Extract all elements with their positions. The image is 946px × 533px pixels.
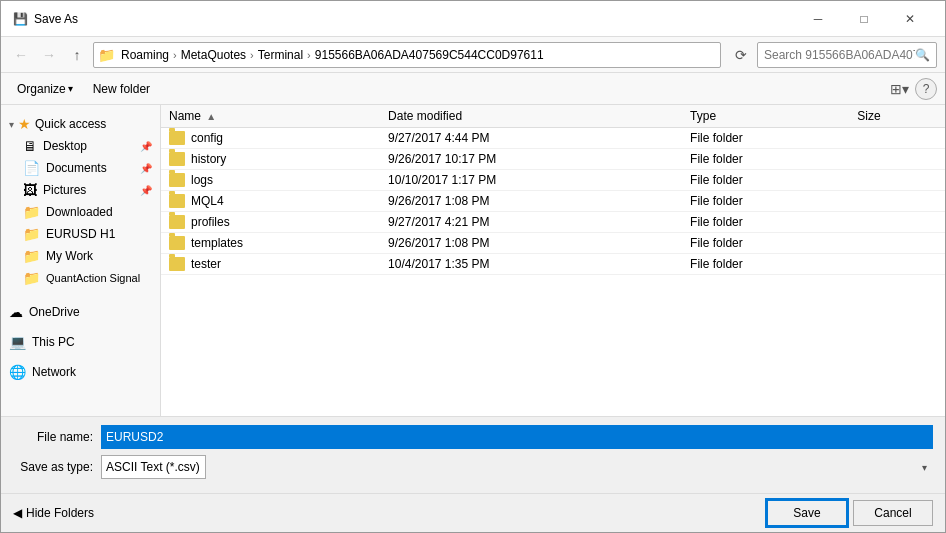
file-table: Name ▲ Date modified Type Size config 9/… xyxy=(161,105,945,275)
quick-access-header[interactable]: ▾ ★ Quick access xyxy=(1,113,160,135)
title-bar: 💾 Save As ─ □ ✕ xyxy=(1,1,945,37)
maximize-button[interactable]: □ xyxy=(841,4,887,34)
sidebar-item-mywork[interactable]: 📁 My Work xyxy=(1,245,160,267)
sidebar-network-label: Network xyxy=(32,365,76,379)
pin-icon: 📌 xyxy=(140,141,152,152)
onedrive-icon: ☁ xyxy=(9,304,23,320)
desktop-icon: 🖥 xyxy=(23,138,37,154)
pin-icon: 📌 xyxy=(140,185,152,196)
quick-access-label: Quick access xyxy=(35,117,106,131)
chevron-down-icon: ▾ xyxy=(68,83,73,94)
sidebar-item-downloaded-label: Downloaded xyxy=(46,205,113,219)
forward-button[interactable]: → xyxy=(37,43,61,67)
bottom-panel: File name: Save as type: ASCII Text (*.c… xyxy=(1,416,945,493)
col-name[interactable]: Name ▲ xyxy=(161,105,380,128)
sidebar-item-desktop-label: Desktop xyxy=(43,139,87,153)
sidebar-item-onedrive[interactable]: ☁ OneDrive xyxy=(1,301,160,323)
sidebar-item-documents[interactable]: 📄 Documents 📌 xyxy=(1,157,160,179)
table-row[interactable]: profiles 9/27/2017 4:21 PM File folder xyxy=(161,212,945,233)
sidebar-item-downloaded[interactable]: 📁 Downloaded xyxy=(1,201,160,223)
filename-row: File name: xyxy=(13,425,933,449)
sidebar-item-network[interactable]: 🌐 Network xyxy=(1,361,160,383)
sidebar-item-documents-label: Documents xyxy=(46,161,107,175)
col-type[interactable]: Type xyxy=(682,105,849,128)
minimize-button[interactable]: ─ xyxy=(795,4,841,34)
title-icon: 💾 xyxy=(13,12,28,26)
table-row[interactable]: history 9/26/2017 10:17 PM File folder xyxy=(161,149,945,170)
network-icon: 🌐 xyxy=(9,364,26,380)
pin-icon: 📌 xyxy=(140,163,152,174)
table-row[interactable]: templates 9/26/2017 1:08 PM File folder xyxy=(161,233,945,254)
table-row[interactable]: config 9/27/2017 4:44 PM File folder xyxy=(161,128,945,149)
sidebar-item-eurusd[interactable]: 📁 EURUSD H1 xyxy=(1,223,160,245)
search-box[interactable]: 🔍 xyxy=(757,42,937,68)
footer-buttons: Save Cancel xyxy=(767,500,933,526)
eurusd-icon: 📁 xyxy=(23,226,40,242)
help-button[interactable]: ? xyxy=(915,78,937,100)
pictures-icon: 🖼 xyxy=(23,182,37,198)
window-title: Save As xyxy=(34,12,795,26)
breadcrumb-roaming: Roaming xyxy=(119,48,171,62)
cancel-button[interactable]: Cancel xyxy=(853,500,933,526)
navigation-toolbar: ← → ↑ 📁 Roaming › MetaQuotes › Terminal … xyxy=(1,37,945,73)
search-icon: 🔍 xyxy=(915,48,930,62)
refresh-button[interactable]: ⟳ xyxy=(729,42,753,68)
sidebar-thispc-label: This PC xyxy=(32,335,75,349)
sort-arrow: ▲ xyxy=(206,111,216,122)
col-date[interactable]: Date modified xyxy=(380,105,682,128)
save-as-dialog: 💾 Save As ─ □ ✕ ← → ↑ 📁 Roaming › MetaQu… xyxy=(0,0,946,533)
main-area: ▾ ★ Quick access 🖥 Desktop 📌 📄 Documents… xyxy=(1,105,945,416)
save-button[interactable]: Save xyxy=(767,500,847,526)
close-button[interactable]: ✕ xyxy=(887,4,933,34)
organize-toolbar: Organize ▾ New folder ⊞▾ ? xyxy=(1,73,945,105)
view-button[interactable]: ⊞▾ xyxy=(887,77,911,101)
sidebar-item-pictures[interactable]: 🖼 Pictures 📌 xyxy=(1,179,160,201)
file-area: Name ▲ Date modified Type Size config 9/… xyxy=(161,105,945,416)
breadcrumb-folder: 915566BA06ADA407569C544CC0D97611 xyxy=(313,48,546,62)
breadcrumb: 📁 Roaming › MetaQuotes › Terminal › 9155… xyxy=(98,47,546,63)
title-controls: ─ □ ✕ xyxy=(795,4,933,34)
up-button[interactable]: ↑ xyxy=(65,43,89,67)
col-size[interactable]: Size xyxy=(849,105,945,128)
table-row[interactable]: tester 10/4/2017 1:35 PM File folder xyxy=(161,254,945,275)
quick-access-section: ▾ ★ Quick access 🖥 Desktop 📌 📄 Documents… xyxy=(1,113,160,289)
savetype-label: Save as type: xyxy=(13,460,93,474)
new-folder-button[interactable]: New folder xyxy=(85,77,158,101)
sidebar-item-quantaction-label: QuantAction Signal xyxy=(46,272,140,284)
hide-folders-button[interactable]: ◀ Hide Folders xyxy=(13,506,94,520)
breadcrumb-terminal: Terminal xyxy=(256,48,305,62)
sidebar-item-quantaction[interactable]: 📁 QuantAction Signal xyxy=(1,267,160,289)
sidebar-item-eurusd-label: EURUSD H1 xyxy=(46,227,115,241)
organize-button[interactable]: Organize ▾ xyxy=(9,77,81,101)
savetype-row: Save as type: ASCII Text (*.csv) xyxy=(13,455,933,479)
sidebar-item-pictures-label: Pictures xyxy=(43,183,86,197)
thispc-icon: 💻 xyxy=(9,334,26,350)
chevron-icon: ▾ xyxy=(9,119,14,130)
search-input[interactable] xyxy=(764,48,915,62)
breadcrumb-metaquotes: MetaQuotes xyxy=(179,48,248,62)
table-row[interactable]: MQL4 9/26/2017 1:08 PM File folder xyxy=(161,191,945,212)
address-bar[interactable]: 📁 Roaming › MetaQuotes › Terminal › 9155… xyxy=(93,42,721,68)
documents-icon: 📄 xyxy=(23,160,40,176)
savetype-select[interactable]: ASCII Text (*.csv) xyxy=(101,455,206,479)
sidebar-onedrive-label: OneDrive xyxy=(29,305,80,319)
quantaction-icon: 📁 xyxy=(23,270,40,286)
savetype-wrapper: ASCII Text (*.csv) xyxy=(101,455,933,479)
back-button[interactable]: ← xyxy=(9,43,33,67)
filename-label: File name: xyxy=(13,430,93,444)
chevron-left-icon: ◀ xyxy=(13,506,22,520)
filename-input[interactable] xyxy=(101,425,933,449)
sidebar-item-thispc[interactable]: 💻 This PC xyxy=(1,331,160,353)
sidebar-item-mywork-label: My Work xyxy=(46,249,93,263)
table-row[interactable]: logs 10/10/2017 1:17 PM File folder xyxy=(161,170,945,191)
sidebar-item-desktop[interactable]: 🖥 Desktop 📌 xyxy=(1,135,160,157)
downloaded-icon: 📁 xyxy=(23,204,40,220)
sidebar: ▾ ★ Quick access 🖥 Desktop 📌 📄 Documents… xyxy=(1,105,161,416)
footer: ◀ Hide Folders Save Cancel xyxy=(1,493,945,532)
mywork-icon: 📁 xyxy=(23,248,40,264)
hide-folders-label: Hide Folders xyxy=(26,506,94,520)
